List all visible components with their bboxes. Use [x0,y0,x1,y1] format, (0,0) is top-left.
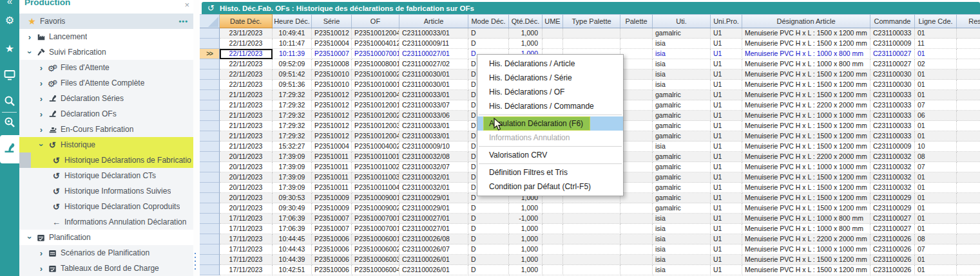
cell-uti[interactable]: gamalric [653,172,711,183]
cell-heure[interactable]: 17:29:32 [273,90,312,100]
cell-commande[interactable]: C231100026 [870,255,915,265]
cell-serie[interactable]: P23510006 [312,234,352,244]
cell-article[interactable]: C231100029/01 [399,193,468,203]
cell-of[interactable]: P23510012002 [352,111,399,121]
cell-of[interactable]: P23510009002 [352,203,399,214]
cell-of[interactable]: P23510011003 [352,172,399,183]
cell-uti[interactable]: gamalric [653,90,711,100]
sidebar-item-historique-d-claration-coproduits[interactable]: ↺Historique Déclaration Coproduits [19,199,193,214]
cell-date[interactable]: 17/11/2023 [220,265,273,275]
cell-article[interactable]: C231100027/02 [399,59,468,69]
cell-ligne[interactable]: 01 [915,183,957,193]
cell-uni_pro[interactable]: U1 [711,162,742,172]
sidebar-item-historique[interactable]: ›↺Historique [19,137,193,152]
cell-serie[interactable]: P23510004 [312,39,352,49]
sidebar-item-sc-narios-de-planification[interactable]: ›Scénarios de Planification [19,245,193,261]
cell-mode[interactable]: D [468,39,509,49]
cell-commande[interactable]: C231100026 [870,234,915,244]
cell-ligne[interactable]: 01 [915,255,957,265]
cell-article[interactable]: C231100027/01 [399,49,468,59]
cell-type_palette[interactable] [563,214,620,224]
cell-commande[interactable]: C231100033 [870,100,915,111]
cell-palette[interactable] [620,203,653,214]
cell-article[interactable]: C231100033/07 [399,100,468,111]
cell-commande[interactable]: C231100027 [870,49,915,59]
cell-ligne[interactable]: 11 [915,39,957,49]
cell-uni_pro[interactable]: U1 [711,100,742,111]
cell-ligne[interactable]: 08 [915,152,957,162]
cell-ume[interactable] [543,255,563,265]
column-header-mode[interactable]: Mode Déc. [468,14,509,28]
cell-uti[interactable]: gamalric [653,121,711,131]
cell-palette[interactable] [620,111,653,121]
cell-commande[interactable]: C231100030 [870,80,915,90]
cell-commande[interactable]: C231100033 [870,131,915,142]
cell-palette[interactable] [620,49,653,59]
chevron-down-icon[interactable]: › [37,140,46,150]
cell-designation[interactable]: Menuiserie PVC H x L : 1500 x 1200 mm [742,142,870,152]
cell-ume[interactable] [543,214,563,224]
gear-icon[interactable]: ⚙ [0,14,19,26]
cell-date[interactable]: 22/11/2023 [220,80,273,90]
cell-uti[interactable]: isia [653,142,711,152]
cell-uni_pro[interactable]: U1 [711,111,742,121]
row-selector[interactable] [200,183,220,193]
chevron-right-icon[interactable]: › [36,63,46,73]
cell-heure[interactable]: 09:30:49 [273,203,312,214]
menu-item-his-d-clarations-of[interactable]: His. Déclarations / OF [477,85,623,99]
cell-designation[interactable]: Menuiserie PVC H x L : 2200 x 2000 mm [742,100,870,111]
row-selector[interactable] [200,69,220,80]
cell-qte[interactable]: -1,000 [509,214,543,224]
cell-of[interactable]: P23510012004 [352,28,399,39]
cell-qte[interactable]: 1,000 [509,244,543,255]
cell-article[interactable]: C231100009/10 [399,142,468,152]
cell-commande[interactable]: C231100027 [870,224,915,234]
cell-ressource[interactable] [957,80,980,90]
cell-palette[interactable] [620,142,653,152]
cell-ressource[interactable] [957,265,980,275]
cell-ligne[interactable]: 01 [915,80,957,90]
cell-date[interactable]: 23/11/2023 [220,28,273,39]
cell-article[interactable]: C231100027/01 [399,214,468,224]
cell-heure[interactable]: 09:30:53 [273,193,312,203]
cell-heure[interactable]: 17:39:09 [273,162,312,172]
cell-ressource[interactable] [957,193,980,203]
cell-ressource[interactable] [957,111,980,121]
cell-date[interactable]: 21/11/2023 [220,111,273,121]
sidebar-item-files-d-attente-compl-te[interactable]: ›⚙⚙Files d'Attente Complète [19,75,193,91]
panel-splitter[interactable] [193,0,200,276]
column-header-commande[interactable]: Commande [870,14,915,28]
cell-of[interactable]: P23510004002 [352,142,399,152]
cell-palette[interactable] [620,224,653,234]
menu-item-condition-par-d-faut-ctrl-f5-[interactable]: Condition par Défaut (Ctrl-F5) [477,179,623,194]
sidebar-item-suivi-fabrication[interactable]: ›Suivi Fabrication [19,44,193,60]
close-icon[interactable]: × [184,0,189,10]
cell-qte[interactable]: 1,000 [509,224,543,234]
cell-designation[interactable]: Menuiserie PVC H x L : 2200 x 2000 mm [742,234,870,244]
cell-designation[interactable]: Menuiserie PVC H x L : 2200 x 2000 mm [742,152,870,162]
cell-uni_pro[interactable]: U1 [711,183,742,193]
menu-item-d-finition-filtres-et-tris[interactable]: Définition Filtres et Tris [477,165,623,179]
cell-palette[interactable] [620,193,653,203]
sidebar-item-historique-d-clarations-de-fabricatio[interactable]: ↺Historique Déclarations de Fabricatio [19,152,193,168]
cell-serie[interactable]: P23510007 [312,214,352,224]
cell-designation[interactable]: Menuiserie PVC H x L : 1500 x 1200 mm [742,255,870,265]
cell-commande[interactable]: C231100033 [870,121,915,131]
cell-uni_pro[interactable]: U1 [711,193,742,203]
cell-article[interactable]: C231100027/01 [399,224,468,234]
menu-item-annulation-d-claration-f6-[interactable]: Annulation Déclaration (F6) [477,116,623,131]
row-selector[interactable] [200,131,220,142]
column-header-heure[interactable]: Heure Déc. [273,14,312,28]
cell-serie[interactable]: P23510012 [312,90,352,100]
column-header-ressource[interactable]: Ressource [957,14,980,28]
cell-uti[interactable]: gamalric [653,183,711,193]
cell-date[interactable]: 20/11/2023 [220,203,273,214]
cell-date[interactable]: 22/11/2023 [220,49,273,59]
sidebar-item-files-d-attente[interactable]: ›⚙⚙Files d'Attente [19,60,193,75]
menu-item-his-d-clarations-commande[interactable]: His. Déclarations / Commande [477,99,623,113]
cell-palette[interactable] [620,172,653,183]
cell-uti[interactable]: isia [653,59,711,69]
cell-date[interactable]: 20/11/2023 [220,162,273,172]
cell-heure[interactable]: 15:32:27 [273,142,312,152]
cell-serie[interactable]: P23510012 [312,121,352,131]
